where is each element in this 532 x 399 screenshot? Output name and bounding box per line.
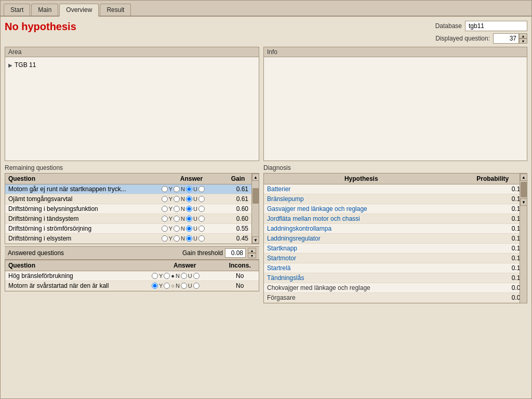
probability-cell: 0.00 — [459, 283, 527, 293]
radio-o[interactable] — [162, 216, 168, 222]
answered-answer-cell[interactable]: Y ● N U — [149, 271, 221, 281]
left-bottom: Remaining questions Question Answer Gain — [5, 164, 259, 303]
label-y: Y — [169, 235, 172, 242]
radio-n[interactable] — [186, 186, 192, 192]
radio-y[interactable] — [174, 186, 180, 192]
answer-cell[interactable]: Y N U — [158, 224, 225, 234]
scroll-down-btn[interactable]: ▼ — [252, 236, 259, 244]
gain-threshold-down[interactable]: ▼ — [248, 253, 256, 258]
diagnosis-row[interactable]: Startmotor 0.10 — [264, 254, 527, 263]
label-n-ans: N — [176, 273, 180, 279]
tab-result[interactable]: Result — [100, 4, 131, 16]
diagnosis-row[interactable]: Tändningslås 0.10 — [264, 273, 527, 283]
probability-cell: 0.10 — [459, 214, 527, 224]
answered-answer-cell[interactable]: Y ○ N U — [149, 281, 221, 291]
spinner-down[interactable]: ▼ — [519, 38, 527, 44]
diagnosis-row[interactable]: Startknapp 0.10 — [264, 244, 527, 254]
gain-threshold-spinner[interactable]: ▲ ▼ — [248, 248, 256, 258]
radio-n[interactable] — [186, 216, 192, 222]
questions-scrollbar[interactable]: ▲ ▼ — [251, 174, 259, 244]
radio-u-ans[interactable] — [193, 273, 200, 279]
gain-cell: 0.60 — [224, 214, 251, 224]
radio-n-ans[interactable] — [181, 283, 187, 289]
diag-scroll-up[interactable]: ▲ — [520, 174, 527, 181]
radio-y-ans[interactable] — [164, 273, 170, 279]
tab-overview[interactable]: Overview — [59, 4, 99, 17]
answered-questions-bar: Answered questions Gain threshold ▲ ▼ — [5, 246, 259, 260]
remaining-questions-label: Remaining questions — [5, 164, 259, 171]
probability-cell: 0.10 — [459, 254, 527, 263]
radio-n[interactable] — [186, 225, 192, 232]
radio-u[interactable] — [198, 196, 205, 202]
radio-n-ans[interactable] — [181, 273, 187, 279]
diag-scroll-thumb[interactable] — [521, 182, 527, 197]
question-row[interactable]: Motorn går ej runt när startknappen tryc… — [5, 184, 251, 194]
displayed-questions-spinner[interactable]: ▲ ▼ — [519, 33, 527, 44]
radio-u[interactable] — [198, 225, 205, 232]
tree-item-tgb11[interactable]: ▶ TGB 11 — [8, 60, 256, 70]
question-cell: Driftstörning i strömförsörjning — [5, 224, 158, 234]
answered-row[interactable]: Hög bränsleförbrukning Y ● N U No — [5, 271, 259, 281]
gain-threshold-up[interactable]: ▲ — [248, 248, 256, 253]
radio-y[interactable] — [174, 216, 180, 222]
diagnosis-row[interactable]: Förgasare 0.00 — [264, 293, 527, 303]
radio-u[interactable] — [198, 186, 205, 192]
radio-y-ans[interactable] — [164, 283, 170, 289]
diagnosis-row[interactable]: Laddningsregulator 0.10 — [264, 234, 527, 244]
displayed-questions-label: Displayed question: — [435, 35, 490, 42]
radio-o-ans[interactable] — [152, 273, 158, 279]
radio-u[interactable] — [198, 235, 205, 242]
diagnosis-row[interactable]: Batterier 0.10 — [264, 184, 527, 194]
displayed-questions-input[interactable] — [493, 33, 519, 44]
spinner-up[interactable]: ▲ — [519, 33, 527, 38]
gain-threshold-input[interactable] — [225, 248, 246, 258]
diagnosis-row[interactable]: Startrelä 0.10 — [264, 263, 527, 273]
radio-y[interactable] — [174, 206, 180, 212]
radio-u[interactable] — [198, 206, 205, 212]
probability-cell: 0.10 — [459, 263, 527, 273]
question-row[interactable]: Driftstörning i strömförsörjning Y N U 0… — [5, 224, 251, 234]
label-u-ans: U — [188, 273, 192, 279]
answer-cell[interactable]: Y N U — [158, 204, 225, 214]
answer-cell[interactable]: Y N U — [158, 194, 225, 204]
answer-cell[interactable]: Y N U — [158, 184, 225, 194]
radio-o[interactable] — [162, 235, 168, 242]
radio-n[interactable] — [186, 196, 192, 202]
radio-u-ans[interactable] — [193, 283, 200, 289]
radio-y[interactable] — [174, 225, 180, 232]
diagnosis-row[interactable]: Jordfläta mellan motor och chassi 0.10 — [264, 214, 527, 224]
label-y: Y — [169, 186, 172, 192]
info-label: Info — [264, 47, 527, 57]
radio-u[interactable] — [198, 216, 205, 222]
diag-scroll-down[interactable]: ▼ — [520, 198, 527, 206]
diagnosis-row[interactable]: Gasvajger med länkage och reglage 0.10 — [264, 204, 527, 214]
scroll-up-btn[interactable]: ▲ — [252, 174, 259, 181]
radio-o-ans[interactable] — [152, 283, 158, 289]
diagnosis-row[interactable]: Chokvajger med länkage och reglage 0.00 — [264, 283, 527, 293]
diagnosis-scrollbar[interactable]: ▲ ▼ — [520, 174, 527, 303]
answer-cell[interactable]: Y N U — [158, 214, 225, 224]
scroll-thumb[interactable] — [252, 188, 259, 204]
diagnosis-row[interactable]: Bränslepump 0.10 — [264, 194, 527, 204]
tab-start[interactable]: Start — [4, 4, 30, 16]
radio-n[interactable] — [186, 235, 192, 242]
tab-main[interactable]: Main — [31, 4, 58, 16]
diagnosis-row[interactable]: Laddningskontrollampa 0.10 — [264, 224, 527, 234]
answered-row[interactable]: Motorn är svårstartad när den är kall Y … — [5, 281, 259, 291]
radio-n[interactable] — [186, 206, 192, 212]
question-row[interactable]: Ojämt tomgångsvarvtal Y N U 0.61 — [5, 194, 251, 204]
questions-col-header: Question — [5, 174, 158, 184]
radio-o[interactable] — [162, 225, 168, 232]
question-row[interactable]: Driftstörning i elsystem Y N U 0.45 — [5, 234, 251, 244]
radio-o[interactable] — [162, 186, 168, 192]
database-input[interactable] — [465, 21, 527, 31]
question-row[interactable]: Driftstörning i tändsystem Y N U 0.60 — [5, 214, 251, 224]
radio-y[interactable] — [174, 235, 180, 242]
radio-o[interactable] — [162, 196, 168, 202]
gain-cell: 0.61 — [224, 184, 251, 194]
answer-cell[interactable]: Y N U — [158, 234, 225, 244]
radio-o[interactable] — [162, 206, 168, 212]
question-row[interactable]: Driftstörning i belysningsfunktion Y N U… — [5, 204, 251, 214]
tab-bar: Start Main Overview Result — [1, 1, 531, 17]
radio-y[interactable] — [174, 196, 180, 202]
